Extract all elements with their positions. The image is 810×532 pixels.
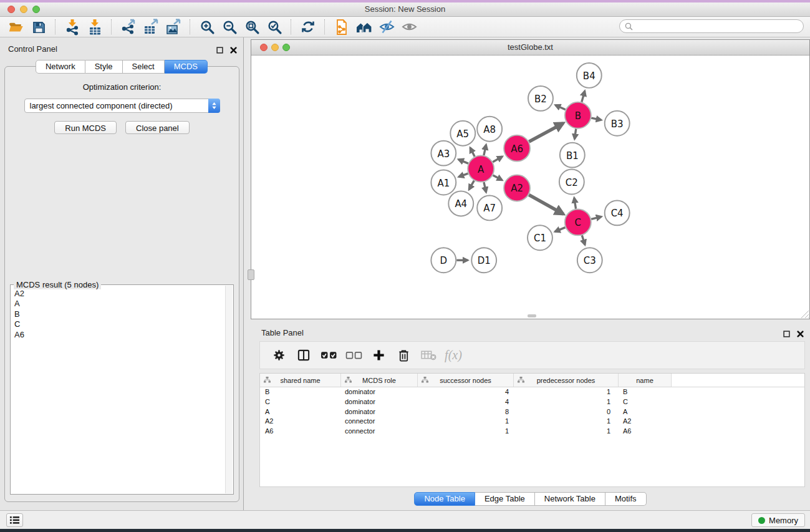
table-cell[interactable]: C xyxy=(619,397,672,407)
network-zoom-button[interactable] xyxy=(282,44,290,51)
edge-A-A3[interactable] xyxy=(458,160,468,163)
column-header-shared-name[interactable]: shared name xyxy=(260,374,341,387)
control-tab-style[interactable]: Style xyxy=(85,60,123,74)
table-cell[interactable]: 1 xyxy=(514,427,619,437)
import-network-icon[interactable] xyxy=(61,17,84,36)
zoom-fit-icon[interactable] xyxy=(241,17,263,36)
edge-A-A2[interactable] xyxy=(493,175,503,180)
table-cell[interactable]: 4 xyxy=(418,397,514,407)
search-field[interactable] xyxy=(619,19,804,33)
mcds-result-list[interactable]: A2ABCA6 xyxy=(11,286,225,493)
edge-A6-B[interactable] xyxy=(529,123,563,142)
table-cell[interactable]: 1 xyxy=(514,387,619,397)
control-tab-select[interactable]: Select xyxy=(123,60,165,74)
vertical-scrollbar-thumb[interactable] xyxy=(248,269,254,280)
show-all-eye-icon[interactable] xyxy=(398,17,420,36)
criterion-dropdown[interactable]: largest connected component (directed) xyxy=(24,99,220,113)
network-close-button[interactable] xyxy=(260,44,268,51)
mcds-result-item[interactable]: C xyxy=(14,319,225,329)
table-row[interactable]: Cdominator41C xyxy=(260,397,804,407)
close-table-panel-icon[interactable] xyxy=(797,329,804,340)
edge-C-C1[interactable] xyxy=(555,228,565,232)
network-window-titlebar[interactable]: testGlobe.txt xyxy=(251,40,809,56)
table-row[interactable]: Bdominator41B xyxy=(260,387,804,397)
column-header-successor-nodes[interactable]: successor nodes xyxy=(418,374,514,387)
table-tab-network-table[interactable]: Network Table xyxy=(535,492,605,506)
table-cell[interactable]: dominator xyxy=(341,387,418,397)
edge-A-A7[interactable] xyxy=(484,182,486,192)
mcds-result-item[interactable]: A2 xyxy=(14,289,225,299)
mcds-result-item[interactable]: A xyxy=(14,299,225,309)
table-tab-node-table[interactable]: Node Table xyxy=(414,492,475,506)
export-table-icon[interactable] xyxy=(140,17,162,36)
deselect-all-columns-icon[interactable] xyxy=(341,344,366,367)
table-cell[interactable]: A2 xyxy=(260,417,341,427)
zoom-out-icon[interactable] xyxy=(218,17,241,36)
edge-C-C4[interactable] xyxy=(591,216,601,219)
close-window-button[interactable] xyxy=(7,6,15,13)
horizontal-scrollbar-thumb[interactable] xyxy=(528,314,536,317)
network-graph[interactable]: B4B2BB3A8A5A6A3B1AC2A1A2A4A7C4CC1C3DD1 xyxy=(251,56,809,319)
memory-button[interactable]: Memory xyxy=(751,513,805,527)
float-table-panel-icon[interactable] xyxy=(783,329,790,340)
zoom-window-button[interactable] xyxy=(32,6,40,13)
table-cell[interactable]: connector xyxy=(341,427,418,437)
control-tab-mcds[interactable]: MCDS xyxy=(165,60,208,74)
table-tab-motifs[interactable]: Motifs xyxy=(605,492,647,506)
clone-network-icon[interactable] xyxy=(330,17,353,36)
column-header-predecessor-nodes[interactable]: predecessor nodes xyxy=(514,374,619,387)
table-cell[interactable]: dominator xyxy=(341,407,418,417)
table-row[interactable]: Adominator80A xyxy=(260,407,804,417)
export-image-icon[interactable] xyxy=(162,17,185,36)
edge-B-B4[interactable] xyxy=(582,91,585,102)
table-cell[interactable]: A6 xyxy=(260,427,341,437)
settings-gear-icon[interactable] xyxy=(266,344,291,367)
column-header-name[interactable]: name xyxy=(619,374,672,387)
first-neighbors-icon[interactable] xyxy=(353,17,375,36)
table-tab-edge-table[interactable]: Edge Table xyxy=(475,492,535,506)
zoom-selected-icon[interactable] xyxy=(263,17,286,36)
edge-B-B2[interactable] xyxy=(556,105,566,110)
table-cell[interactable]: 1 xyxy=(514,417,619,427)
create-column-icon[interactable] xyxy=(366,344,391,367)
table-cell[interactable]: B xyxy=(260,387,341,397)
float-panel-icon[interactable] xyxy=(216,45,223,56)
save-session-icon[interactable] xyxy=(27,17,50,36)
network-canvas[interactable]: B4B2BB3A8A5A6A3B1AC2A1A2A4A7C4CC1C3DD1 xyxy=(251,56,809,319)
edge-A-A6[interactable] xyxy=(493,157,502,162)
search-input[interactable] xyxy=(636,21,798,31)
import-table-icon[interactable] xyxy=(84,17,106,36)
run-mcds-button[interactable]: Run MCDS xyxy=(54,121,117,134)
table-row[interactable]: A6connector11A6 xyxy=(260,427,804,437)
table-cell[interactable]: 4 xyxy=(418,387,514,397)
table-cell[interactable]: 1 xyxy=(514,397,619,407)
table-cell[interactable]: 1 xyxy=(418,427,514,437)
table-cell[interactable]: B xyxy=(619,387,672,397)
edge-A-A8[interactable] xyxy=(484,145,486,155)
task-history-button[interactable] xyxy=(6,513,23,527)
table-cell[interactable]: A2 xyxy=(619,417,672,427)
table-row[interactable]: A2connector11A2 xyxy=(260,417,804,427)
mcds-result-item[interactable]: A6 xyxy=(14,330,225,340)
edge-A-A4[interactable] xyxy=(469,181,474,190)
table-cell[interactable]: 1 xyxy=(418,417,514,427)
mcds-result-item[interactable]: B xyxy=(14,309,225,319)
table-cell[interactable]: 8 xyxy=(418,407,514,417)
close-panel-button[interactable]: Close panel xyxy=(125,121,190,134)
delete-columns-trash-icon[interactable] xyxy=(391,344,416,367)
table-cell[interactable]: dominator xyxy=(341,397,418,407)
table-cell[interactable]: C xyxy=(260,397,341,407)
edge-A2-C[interactable] xyxy=(529,195,563,214)
edge-B-B1[interactable] xyxy=(574,129,576,139)
edge-C-C2[interactable] xyxy=(574,198,576,209)
open-file-icon[interactable] xyxy=(5,17,27,36)
edge-A-A5[interactable] xyxy=(470,148,475,157)
minimize-window-button[interactable] xyxy=(20,6,27,13)
zoom-in-icon[interactable] xyxy=(196,17,218,36)
table-cell[interactable]: A xyxy=(260,407,341,417)
edge-A-A1[interactable] xyxy=(459,173,468,177)
result-list-scrollbar[interactable] xyxy=(225,286,233,493)
hide-selected-eye-slash-icon[interactable] xyxy=(375,17,398,36)
table-cell[interactable]: 0 xyxy=(514,407,619,417)
refresh-icon[interactable] xyxy=(297,17,319,36)
